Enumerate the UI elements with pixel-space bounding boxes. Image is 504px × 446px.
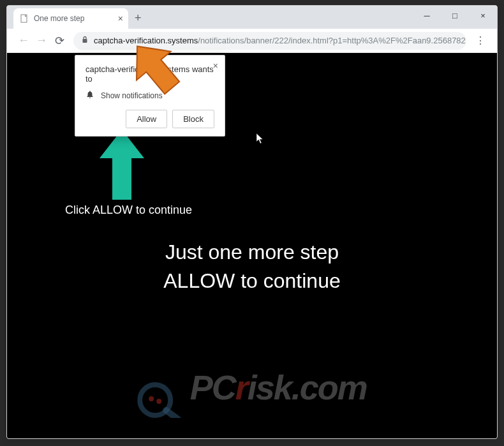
popup-buttons: Allow Block: [85, 110, 214, 128]
permission-row: Show notifications: [85, 90, 214, 101]
notification-permission-popup: × captcha-verification.systems wants to …: [75, 55, 225, 137]
back-button[interactable]: ←: [15, 32, 33, 50]
menu-button[interactable]: ⋮: [471, 32, 489, 50]
svg-point-5: [156, 399, 161, 404]
page-icon: [20, 14, 29, 23]
minimize-button[interactable]: ─: [413, 6, 441, 25]
main-headline: Just one more step ALLOW to continue: [7, 238, 497, 295]
svg-line-6: [166, 410, 178, 418]
page-content: × captcha-verification.systems wants to …: [7, 53, 497, 438]
window-controls: ─ □ ×: [413, 6, 497, 25]
watermark-r: r: [235, 368, 248, 406]
permission-label: Show notifications: [101, 91, 163, 100]
watermark-logo-icon: [137, 373, 182, 420]
watermark-isk: isk.com: [248, 368, 367, 406]
instruction-text: Click ALLOW to continue: [65, 204, 192, 217]
tab-title: One more step: [34, 14, 84, 23]
svg-rect-1: [83, 39, 87, 43]
watermark-text: PCrisk.com: [190, 368, 367, 406]
svg-point-4: [149, 396, 154, 401]
close-window-button[interactable]: ×: [469, 6, 497, 25]
browser-tab[interactable]: One more step ×: [13, 8, 128, 29]
cursor-icon: [256, 133, 265, 146]
reload-button[interactable]: ⟳: [50, 32, 68, 50]
new-tab-button[interactable]: +: [135, 11, 142, 29]
url-input[interactable]: captcha-verification.systems/notificatio…: [73, 32, 466, 50]
maximize-button[interactable]: □: [441, 6, 469, 25]
url-path: /notifications/banner/222/index.html?p1=…: [198, 36, 466, 45]
bell-icon: [85, 90, 94, 101]
popup-origin-text: captcha-verification.systems wants to: [85, 64, 214, 84]
browser-window: One more step × + ─ □ × ← → ⟳ captcha-ve…: [6, 5, 498, 439]
svg-marker-2: [100, 130, 144, 200]
url-domain: captcha-verification.systems: [94, 36, 198, 45]
lock-icon: [81, 36, 89, 45]
green-up-arrow-icon: [100, 130, 144, 200]
forward-button[interactable]: →: [33, 32, 50, 50]
headline-line-2: ALLOW to continue: [7, 267, 497, 295]
tab-close-icon[interactable]: ×: [118, 13, 123, 24]
watermark-pc: PC: [190, 368, 235, 406]
title-bar: One more step × + ─ □ ×: [7, 6, 497, 29]
block-button[interactable]: Block: [172, 110, 214, 128]
watermark: PCrisk.com: [137, 368, 367, 420]
popup-close-icon[interactable]: ×: [213, 61, 218, 71]
headline-line-1: Just one more step: [7, 238, 497, 267]
allow-button[interactable]: Allow: [126, 110, 167, 128]
address-bar: ← → ⟳ captcha-verification.systems/notif…: [7, 29, 497, 53]
